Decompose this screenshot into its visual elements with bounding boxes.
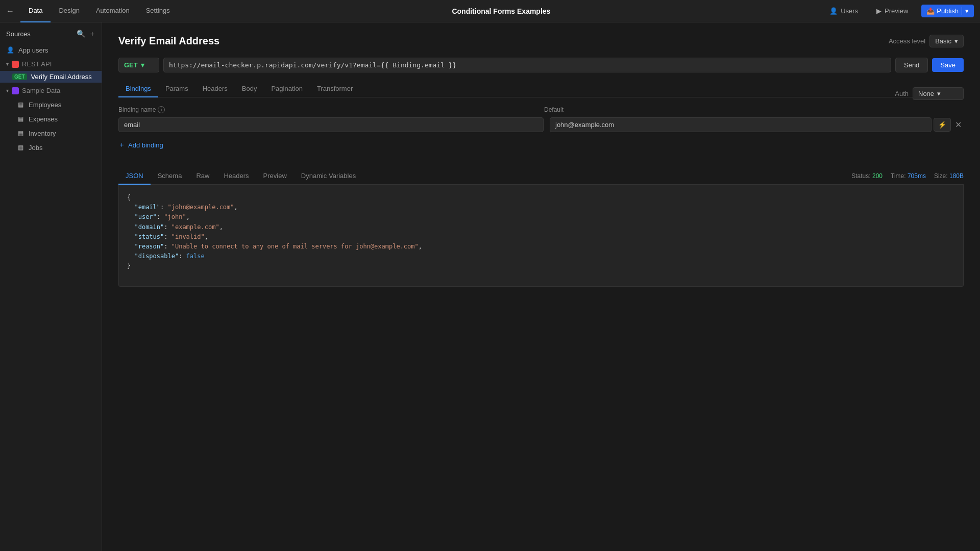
sample-data-chevron-icon: ▾	[6, 88, 9, 93]
main-content: Verify Email Address Access level Basic …	[102, 22, 980, 551]
tab-params[interactable]: Params	[158, 81, 195, 97]
publish-chevron-icon: ▾	[962, 7, 969, 15]
jobs-label: Jobs	[29, 144, 42, 152]
tab-automation[interactable]: Automation	[88, 0, 138, 22]
sidebar-item-inventory[interactable]: ▦ Inventory	[0, 126, 102, 140]
sample-data-label: Sample Data	[22, 87, 60, 94]
add-source-button[interactable]: +	[89, 29, 95, 39]
access-level-label: Access level	[889, 37, 925, 45]
time-label: Time: 705ms	[891, 172, 926, 180]
plus-icon: ＋	[118, 140, 125, 149]
sidebar-title: Sources	[6, 30, 31, 38]
response-tab-schema[interactable]: Schema	[151, 168, 189, 185]
response-tab-dynamic-variables[interactable]: Dynamic Variables	[294, 168, 363, 185]
app-users-icon: 👤	[6, 46, 14, 54]
users-button[interactable]: 👤 Users	[824, 5, 863, 17]
tab-settings[interactable]: Settings	[138, 0, 178, 22]
sidebar-header: Sources 🔍 +	[0, 22, 102, 43]
response-section: JSON Schema Raw Headers Preview Dynamic …	[118, 168, 964, 287]
table-icon-employees: ▦	[16, 101, 24, 109]
status-label: Status: 200	[851, 172, 883, 180]
access-level-value: Basic	[935, 37, 951, 45]
back-button[interactable]: ←	[6, 7, 14, 16]
auth-chevron-icon: ▾	[937, 90, 941, 97]
tab-bindings[interactable]: Bindings	[118, 81, 158, 97]
url-bar: GET ▾ Send Save	[118, 58, 964, 72]
add-binding-button[interactable]: ＋ Add binding	[118, 138, 163, 152]
rest-api-label: REST API	[22, 60, 52, 68]
preview-label: Preview	[885, 7, 908, 15]
send-button[interactable]: Send	[895, 58, 928, 72]
get-method-badge: GET	[12, 73, 27, 80]
publish-icon: 📤	[926, 7, 935, 15]
sidebar-section-rest-api: ▾ REST API GET Verify Email Address	[0, 57, 102, 83]
response-tabs: JSON Schema Raw Headers Preview Dynamic …	[118, 168, 964, 185]
tabs-section: Bindings Params Headers Body Pagination …	[118, 81, 964, 100]
rest-api-chevron-icon: ▾	[6, 61, 9, 67]
auth-label: Auth	[895, 90, 909, 97]
method-chevron-icon: ▾	[141, 61, 144, 69]
publish-button[interactable]: 📤 Publish ▾	[921, 5, 974, 17]
topbar-right: 👤 Users ▶ Preview 📤 Publish ▾	[824, 5, 974, 17]
users-icon: 👤	[829, 7, 838, 15]
save-button[interactable]: Save	[932, 58, 964, 72]
response-tab-raw[interactable]: Raw	[189, 168, 216, 185]
sidebar-item-verify-email[interactable]: GET Verify Email Address	[0, 71, 102, 83]
bindings-panel: Binding name i Default ⚡ ✕ ＋ Add binding	[118, 106, 964, 152]
preview-icon: ▶	[876, 7, 881, 15]
binding-name-col: Binding name i	[118, 106, 538, 113]
app-title: Conditional Forms Examples	[178, 7, 824, 15]
remove-binding-button[interactable]: ✕	[953, 118, 964, 132]
response-tab-headers[interactable]: Headers	[216, 168, 256, 185]
binding-default-col: Default	[544, 106, 964, 113]
tab-pagination[interactable]: Pagination	[264, 81, 309, 97]
response-tab-json[interactable]: JSON	[118, 168, 151, 185]
sidebar-section-sample-data: ▾ Sample Data ▦ Employees ▦ Expenses ▦ I…	[0, 84, 102, 155]
employees-label: Employees	[29, 101, 61, 109]
sidebar-item-expenses[interactable]: ▦ Expenses	[0, 112, 102, 126]
access-level-select[interactable]: Basic ▾	[929, 35, 964, 47]
binding-default-input[interactable]	[550, 117, 932, 132]
response-stats: Status: 200 Time: 705ms Size: 180B	[851, 170, 964, 182]
sidebar-actions: 🔍 +	[76, 29, 95, 39]
expenses-label: Expenses	[29, 115, 58, 123]
url-input[interactable]	[163, 58, 891, 72]
sample-data-header[interactable]: ▾ Sample Data	[0, 84, 102, 97]
sidebar-item-jobs[interactable]: ▦ Jobs	[0, 140, 102, 155]
sidebar-item-label: App users	[18, 46, 48, 54]
tab-transformer[interactable]: Transformer	[310, 81, 360, 97]
rest-api-header[interactable]: ▾ REST API	[0, 57, 102, 71]
response-tab-preview[interactable]: Preview	[256, 168, 294, 185]
layout: Sources 🔍 + 👤 App users ▾ REST API GET V…	[0, 22, 980, 551]
page-header: Verify Email Address Access level Basic …	[118, 35, 964, 47]
table-icon-inventory: ▦	[16, 129, 24, 137]
sidebar-item-employees[interactable]: ▦ Employees	[0, 97, 102, 112]
topbar-tabs: Data Design Automation Settings	[20, 0, 178, 22]
sidebar-item-app-users[interactable]: 👤 App users	[0, 43, 102, 57]
table-icon-expenses: ▦	[16, 115, 24, 123]
binding-default-row: ⚡ ✕	[550, 117, 964, 132]
tab-data[interactable]: Data	[20, 0, 51, 22]
bindings-header: Binding name i Default	[118, 106, 964, 113]
tab-headers[interactable]: Headers	[195, 81, 235, 97]
sample-data-icon	[12, 87, 19, 94]
table-icon-jobs: ▦	[16, 143, 24, 152]
page-title: Verify Email Address	[118, 35, 219, 47]
auth-select[interactable]: None ▾	[913, 87, 964, 100]
topbar: ← Data Design Automation Settings Condit…	[0, 0, 980, 22]
lightning-button[interactable]: ⚡	[934, 118, 951, 132]
binding-name-info-icon[interactable]: i	[158, 106, 165, 113]
access-level-control: Access level Basic ▾	[889, 35, 964, 47]
method-value: GET	[124, 61, 138, 69]
inventory-label: Inventory	[29, 130, 56, 137]
search-button[interactable]: 🔍	[76, 29, 86, 39]
tab-design[interactable]: Design	[51, 0, 87, 22]
tab-body[interactable]: Body	[235, 81, 264, 97]
users-label: Users	[841, 7, 858, 15]
binding-name-input[interactable]	[118, 117, 544, 132]
preview-button[interactable]: ▶ Preview	[871, 5, 913, 17]
rest-api-icon	[12, 61, 19, 68]
access-level-chevron-icon: ▾	[954, 37, 958, 45]
binding-row: ⚡ ✕	[118, 117, 964, 132]
method-select[interactable]: GET ▾	[118, 58, 159, 72]
